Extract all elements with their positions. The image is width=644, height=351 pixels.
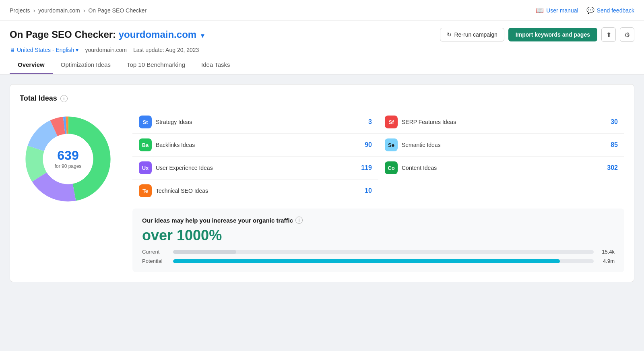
idea-row-sf[interactable]: Sf SERP Features Ideas 30 [378,111,624,134]
send-feedback-link[interactable]: 💬 Send feedback [586,6,634,14]
tab-tasks[interactable]: Idea Tasks [193,56,238,74]
idea-row-te[interactable]: Te Technical SEO Ideas 10 [132,180,378,202]
export-button[interactable]: ⬆ [601,27,616,42]
potential-value: 4.9m [599,258,615,264]
idea-count-ux: 119 [361,164,372,171]
upload-icon: ⬆ [606,31,611,39]
traffic-percent: over 1000% [142,227,615,244]
rerun-button[interactable]: ↻ Re-run campaign [440,28,504,41]
idea-count-ba: 90 [365,141,372,149]
last-update: Last update: Aug 20, 2023 [133,47,199,53]
settings-button[interactable]: ⚙ [620,27,634,42]
potential-label: Potential [142,258,168,264]
current-label: Current [142,249,168,255]
book-icon: 📖 [536,6,544,14]
top-bar: Projects › yourdomain.com › On Page SEO … [0,0,644,21]
idea-name-ba: Backlinks Ideas [156,142,361,148]
traffic-bar-current: Current 15.4k [142,249,615,255]
main-content: Total Ideas i [0,74,644,292]
traffic-box: Our ideas may help you increase your org… [132,209,624,272]
meta-row: 🖥 United States - English ▾ yourdomain.c… [10,47,634,53]
idea-count-co: 302 [607,164,618,171]
badge-se: Se [385,138,398,151]
ideas-grid: St Strategy Ideas 3 Ba Backlinks Ideas 9… [132,111,624,202]
breadcrumb-sep1: › [33,7,35,14]
breadcrumb-domain[interactable]: yourdomain.com [38,7,80,14]
idea-row-st[interactable]: St Strategy Ideas 3 [132,111,378,134]
badge-sf: Sf [385,116,398,128]
idea-count-st: 3 [368,118,372,126]
tab-benchmarking[interactable]: Top 10 Benchmarking [119,56,193,74]
current-value: 15.4k [599,249,615,255]
monitor-icon: 🖥 [10,47,15,53]
current-bar-fill [173,250,236,254]
import-button[interactable]: Import keywords and pages [508,28,597,41]
tab-optimization[interactable]: Optimization Ideas [53,56,119,74]
title-row: On Page SEO Checker: yourdomain.com ▾ ↻ … [10,27,634,42]
breadcrumb-projects[interactable]: Projects [10,7,30,14]
idea-row-ux[interactable]: Ux User Experience Ideas 119 [132,157,378,180]
feedback-icon: 💬 [586,6,594,14]
idea-name-co: Content Ideas [402,165,603,171]
potential-bar-track [173,259,594,263]
traffic-info-icon[interactable]: i [295,217,303,224]
top-right-actions: 📖 User manual 💬 Send feedback [536,6,634,14]
potential-bar-fill [173,259,560,263]
idea-count-te: 10 [365,187,372,194]
badge-ba: Ba [139,138,152,151]
breadcrumb: Projects › yourdomain.com › On Page SEO … [10,7,147,14]
idea-name-st: Strategy Ideas [156,119,364,125]
traffic-bar-potential: Potential 4.9m [142,258,615,264]
card-body: 639 for 90 pages St Strategy Ideas 3 [20,111,624,272]
user-manual-link[interactable]: 📖 User manual [536,6,578,14]
badge-co: Co [385,161,398,174]
donut-center: 639 for 90 pages [55,149,82,169]
idea-name-se: Semantic Ideas [402,142,607,148]
idea-name-sf: SERP Features Ideas [402,119,607,125]
idea-name-te: Technical SEO Ideas [156,188,361,194]
tab-overview[interactable]: Overview [10,56,53,74]
current-bar-track [173,250,594,254]
domain-link[interactable]: yourdomain.com ▾ [119,29,204,40]
badge-ux: Ux [139,161,152,174]
traffic-bars: Current 15.4k Potential 4.9m [142,249,615,264]
idea-row-co[interactable]: Co Content Ideas 302 [378,157,624,179]
refresh-icon: ↻ [447,31,452,38]
total-ideas-card: Total Ideas i [10,84,634,282]
idea-row-ba[interactable]: Ba Backlinks Ideas 90 [132,134,378,157]
badge-st: St [139,116,152,128]
chevron-down-icon: ▾ [76,47,78,53]
header-section: On Page SEO Checker: yourdomain.com ▾ ↻ … [0,21,644,74]
domain-meta: yourdomain.com [85,47,127,53]
ideas-right-column: Sf SERP Features Ideas 30 Se Semantic Id… [378,111,624,202]
header-actions: ↻ Re-run campaign Import keywords and pa… [440,27,634,42]
ideas-left-column: St Strategy Ideas 3 Ba Backlinks Ideas 9… [132,111,378,202]
breadcrumb-tool: On Page SEO Checker [88,7,147,14]
card-title: Total Ideas i [20,94,624,103]
tabs-row: Overview Optimization Ideas Top 10 Bench… [10,56,634,74]
badge-te: Te [139,184,152,197]
idea-count-sf: 30 [611,118,618,126]
page-title: On Page SEO Checker: yourdomain.com ▾ [10,29,204,40]
donut-sublabel: for 90 pages [55,163,82,169]
gear-icon: ⚙ [624,31,630,39]
idea-name-ux: User Experience Ideas [156,165,357,171]
idea-count-se: 85 [611,141,618,149]
info-icon[interactable]: i [60,95,68,102]
location-selector[interactable]: 🖥 United States - English ▾ [10,47,78,53]
traffic-title: Our ideas may help you increase your org… [142,217,615,224]
idea-row-se[interactable]: Se Semantic Ideas 85 [378,134,624,157]
ideas-section: St Strategy Ideas 3 Ba Backlinks Ideas 9… [132,111,624,272]
chevron-down-icon: ▾ [201,32,204,39]
breadcrumb-sep2: › [83,7,85,14]
donut-chart: 639 for 90 pages [20,111,116,207]
donut-number: 639 [55,149,82,162]
